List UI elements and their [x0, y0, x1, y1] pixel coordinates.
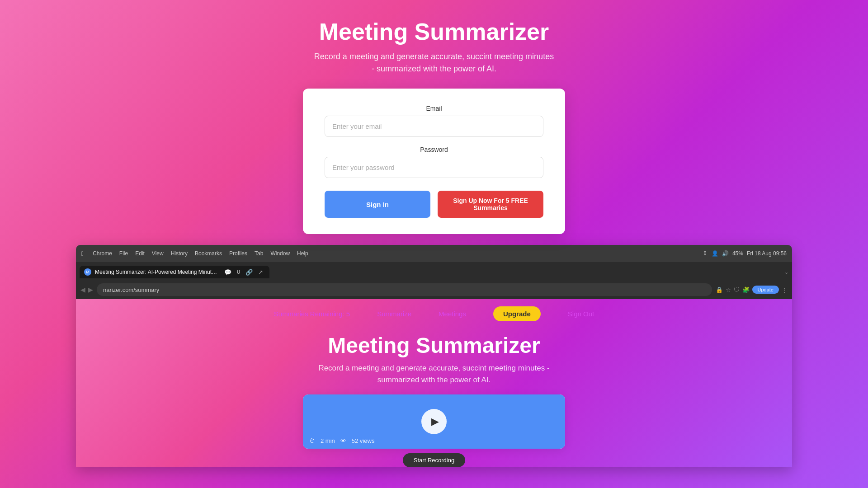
inner-page-content: Summaries Remaining: 5 Summarize Meeting… — [76, 299, 792, 467]
login-card: Email Password Sign In Sign Up Now For 5… — [303, 89, 565, 234]
inner-page-subtitle: Record a meeting and generate accurate, … — [312, 362, 556, 385]
nav-summarize[interactable]: Summarize — [377, 310, 411, 318]
clock-icon: ⏱ — [309, 437, 315, 444]
nav-upgrade-button[interactable]: Upgrade — [493, 306, 541, 321]
titlebar-right-icons: 🎙 👤 🔊 45% Fri 18 Aug 09:56 — [703, 250, 787, 257]
browser-tab[interactable]: M Meeting Summarizer: AI-Powered Meeting… — [80, 266, 269, 278]
tab-link-icon: 🔗 — [245, 269, 253, 276]
menu-chrome[interactable]: Chrome — [93, 250, 112, 257]
tab-comment-icon: 💬 — [224, 269, 231, 276]
inner-page-title: Meeting Summarizer — [76, 333, 792, 358]
tab-comment-count: 0 — [237, 269, 240, 275]
tab-favicon-letter: M — [86, 270, 90, 274]
views-value: 52 views — [352, 437, 375, 444]
auth-button-row: Sign In Sign Up Now For 5 FREE Summaries — [325, 191, 543, 218]
more-options-icon[interactable]: ⋮ — [782, 286, 788, 293]
mic-icon: 🎙 — [703, 250, 708, 257]
play-icon: ▶ — [431, 416, 439, 427]
tab-action-icons: 💬 0 🔗 ↗ — [224, 269, 263, 276]
menu-profiles[interactable]: Profiles — [229, 250, 247, 257]
speaker-icon: 🔊 — [722, 250, 729, 257]
page-title: Meeting Summarizer — [319, 18, 549, 45]
start-recording-button[interactable]: Start Recording — [403, 453, 465, 467]
signup-button[interactable]: Sign Up Now For 5 FREE Summaries — [438, 191, 543, 218]
mac-menu-bar:  Chrome File Edit View History Bookmark… — [81, 250, 699, 257]
menu-bookmarks[interactable]: Bookmarks — [195, 250, 222, 257]
summaries-remaining: Summaries Remaining: 5 — [274, 310, 350, 318]
tab-expand-icon: ⌄ — [784, 269, 788, 275]
eye-icon: 👁 — [340, 437, 346, 444]
menu-view[interactable]: View — [152, 250, 164, 257]
menu-window[interactable]: Window — [270, 250, 290, 257]
nav-meetings[interactable]: Meetings — [439, 310, 466, 318]
password-label: Password — [325, 146, 543, 153]
signin-button[interactable]: Sign In — [325, 191, 430, 218]
menu-edit[interactable]: Edit — [135, 250, 145, 257]
tab-share-icon: ↗ — [258, 269, 263, 276]
video-card: ⏱ 2 min 👁 52 views ▶ — [303, 394, 565, 449]
password-field-group: Password — [325, 146, 543, 178]
email-field-group: Email — [325, 105, 543, 137]
browser-tab-bar: M Meeting Summarizer: AI-Powered Meeting… — [76, 262, 792, 280]
email-input[interactable] — [325, 116, 543, 137]
apple-logo-icon:  — [81, 250, 84, 257]
read-time-bar: ⏱ 2 min 👁 52 views — [309, 437, 374, 444]
adblocker-icon: 🛡 — [734, 286, 740, 293]
menu-history[interactable]: History — [171, 250, 188, 257]
update-button[interactable]: Update — [752, 286, 779, 294]
address-input[interactable] — [97, 283, 712, 296]
bottom-cta-row: Start Recording — [76, 453, 792, 467]
browser-address-bar: ◀ ▶ 🔒 ☆ 🛡 🧩 Update ⋮ — [76, 280, 792, 299]
inner-nav: Summaries Remaining: 5 Summarize Meeting… — [76, 299, 792, 328]
star-icon: ☆ — [726, 286, 731, 293]
browser-window:  Chrome File Edit View History Bookmark… — [76, 245, 792, 467]
browser-titlebar:  Chrome File Edit View History Bookmark… — [76, 245, 792, 262]
menu-help[interactable]: Help — [297, 250, 308, 257]
nav-back-icon[interactable]: ◀ — [80, 286, 85, 293]
tab-nav-icons: ⌄ — [784, 269, 788, 275]
play-button[interactable]: ▶ — [421, 409, 447, 434]
nav-back-forward: ◀ ▶ — [80, 286, 93, 293]
video-thumbnail: ⏱ 2 min 👁 52 views ▶ — [303, 394, 565, 449]
password-input[interactable] — [325, 157, 543, 178]
battery-label: 45% — [732, 250, 743, 257]
page-subtitle: Record a meeting and generate accurate, … — [312, 51, 556, 75]
read-time-value: 2 min — [321, 437, 335, 444]
datetime-label: Fri 18 Aug 09:56 — [747, 250, 787, 257]
nav-signout[interactable]: Sign Out — [568, 310, 594, 318]
menu-tab[interactable]: Tab — [255, 250, 263, 257]
email-label: Email — [325, 105, 543, 112]
nav-forward-icon[interactable]: ▶ — [88, 286, 93, 293]
shield-icon: 🔒 — [716, 286, 723, 293]
extensions-icon: 🧩 — [742, 286, 750, 293]
tab-title: Meeting Summarizer: AI-Powered Meeting M… — [95, 269, 217, 275]
menu-file[interactable]: File — [119, 250, 128, 257]
address-bar-icons: 🔒 ☆ 🛡 🧩 Update ⋮ — [716, 286, 788, 294]
tab-favicon-icon: M — [84, 268, 91, 276]
user-icon: 👤 — [712, 250, 718, 257]
